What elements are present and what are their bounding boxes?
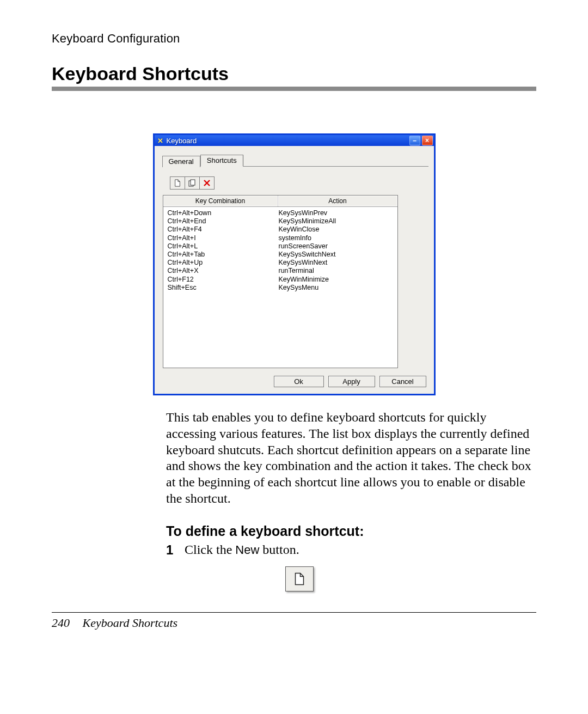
cell-key: Ctrl+Alt+Tab [168,251,279,259]
cell-action: KeySysMenu [279,284,397,292]
step-1: 1 Click the New button. [166,542,536,558]
ok-button[interactable]: Ok [274,376,324,387]
list-item[interactable]: Ctrl+Alt+XrunTerminal [168,267,397,275]
cell-action: KeySysSwitchNext [279,251,397,259]
titlebar[interactable]: ✕ Keyboard – × [155,135,434,146]
step-text-a: Click the [185,542,235,557]
cell-key: Ctrl+Alt+Down [168,209,279,217]
footer: 240 Keyboard Shortcuts [52,616,536,630]
cell-action: runTerminal [279,267,397,275]
cell-key: Ctrl+Alt+Up [168,259,279,267]
delete-button[interactable] [199,176,215,190]
svg-rect-1 [191,180,195,185]
list-item[interactable]: Ctrl+Alt+IsystemInfo [168,234,397,242]
cell-action: KeySysMinimizeAll [279,217,397,225]
cell-action: KeyWinMinimize [279,276,397,284]
new-button[interactable] [170,176,185,190]
cell-key: Shift+Esc [168,284,279,292]
tab-general[interactable]: General [162,156,200,167]
footer-page-number: 240 [52,616,70,630]
tab-panel-shortcuts: Key Combination Action Ctrl+Alt+DownKeyS… [162,166,428,387]
cell-action: KeySysWinPrev [279,209,397,217]
cell-key: Ctrl+Alt+End [168,217,279,225]
list-header: Key Combination Action [163,196,397,207]
col-action[interactable]: Action [278,196,397,206]
step-number: 1 [166,542,185,558]
tab-shortcuts[interactable]: Shortcuts [200,155,243,167]
cell-key: Ctrl+Alt+X [168,267,279,275]
cell-key: Ctrl+Alt+F4 [168,225,279,234]
footer-rule [52,612,536,613]
list-item[interactable]: Ctrl+Alt+UpKeySysWinNext [168,259,397,267]
list-item[interactable]: Ctrl+Alt+F4KeyWinClose [168,225,397,234]
list-item[interactable]: Ctrl+Alt+TabKeySysSwitchNext [168,251,397,259]
dialog-buttons: Ok Apply Cancel [162,376,428,387]
cell-key: Ctrl+Alt+I [168,234,279,242]
title-rule [52,87,536,91]
close-button[interactable]: × [422,136,433,145]
list-item[interactable]: Ctrl+Alt+DownKeySysWinPrev [168,209,397,217]
running-head: Keyboard Configuration [52,32,536,46]
cell-key: Ctrl+F12 [168,276,279,284]
app-icon: ✕ [157,137,164,144]
keyboard-dialog: ✕ Keyboard – × General Shortcuts [153,133,436,395]
description-paragraph: This tab enables you to define keyboard … [166,410,536,507]
list-item[interactable]: Ctrl+F12KeyWinMinimize [168,276,397,284]
shortcut-list[interactable]: Key Combination Action Ctrl+Alt+DownKeyS… [163,195,398,368]
apply-button[interactable]: Apply [328,376,375,387]
cell-action: KeySysWinNext [279,259,397,267]
copy-icon [188,179,196,187]
list-item[interactable]: Ctrl+Alt+EndKeySysMinimizeAll [168,217,397,225]
copy-button[interactable] [185,176,200,190]
cancel-button[interactable]: Cancel [379,376,426,387]
window-title: Keyboard [167,137,408,145]
step-text-code: New [235,543,259,557]
minimize-button[interactable]: – [409,136,420,145]
cell-key: Ctrl+Alt+L [168,242,279,251]
cell-action: systemInfo [279,234,397,242]
new-file-icon [293,572,305,585]
list-rows: Ctrl+Alt+DownKeySysWinPrev Ctrl+Alt+EndK… [163,207,397,292]
page-title: Keyboard Shortcuts [52,63,536,84]
step-text: Click the New button. [185,542,299,558]
new-file-icon [174,179,181,187]
col-key-combination[interactable]: Key Combination [163,196,278,206]
tab-strip: General Shortcuts [162,155,428,167]
list-item[interactable]: Shift+EscKeySysMenu [168,284,397,292]
step-text-c: button. [259,542,299,557]
list-item[interactable]: Ctrl+Alt+LrunScreenSaver [168,242,397,251]
procedure-heading: To define a keyboard shortcut: [166,523,536,539]
delete-x-icon [203,179,211,187]
cell-action: runScreenSaver [279,242,397,251]
footer-title: Keyboard Shortcuts [83,616,178,630]
toolbar [170,176,215,190]
cell-action: KeyWinClose [279,225,397,234]
new-button-illustration [285,566,314,591]
